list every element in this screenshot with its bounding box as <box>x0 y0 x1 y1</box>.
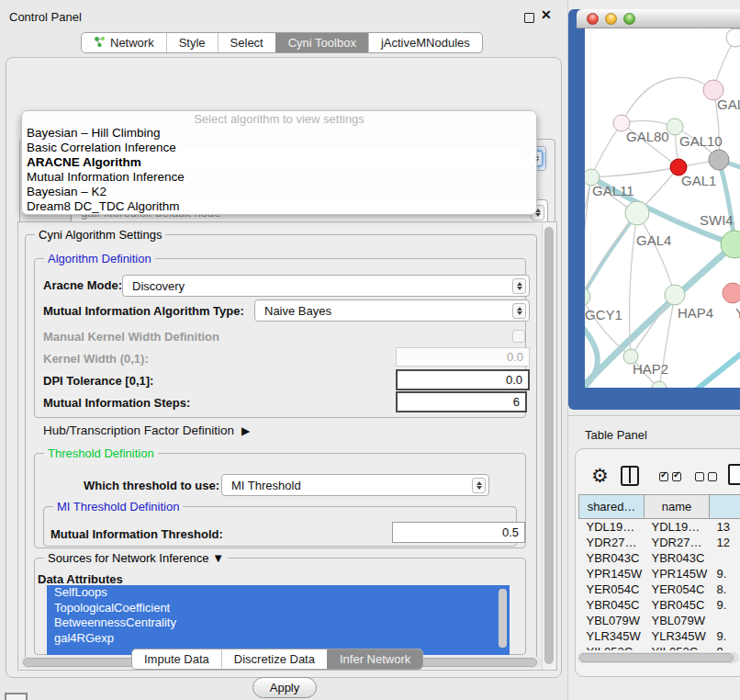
mi-threshold-field[interactable]: 0.5 <box>392 522 525 543</box>
table-row[interactable]: YBR043CYBR043C <box>579 550 740 566</box>
node-gray[interactable] <box>709 150 729 170</box>
settings-vertical-scrollbar[interactable] <box>542 222 555 670</box>
tab-label: Select <box>230 36 263 50</box>
hub-definition-expander[interactable]: Hub/Transcription Factor Definition▶ <box>43 423 250 437</box>
mi-type-combo[interactable]: Naive Bayes <box>254 299 530 322</box>
table-horizontal-scrollbar[interactable] <box>577 652 739 663</box>
tab-discretize-data[interactable]: Discretize Data <box>221 649 327 669</box>
node-label: GAL80 <box>626 129 669 144</box>
popup-item-aracne-algorithm[interactable]: ARACNE Algorithm <box>22 155 536 170</box>
network-edge <box>689 348 740 388</box>
table-row[interactable]: YER054CYER054C8. <box>579 581 740 597</box>
node-top-partial[interactable] <box>726 28 740 47</box>
popup-item-bayesian-hill-climbing[interactable]: Bayesian – Hill Climbing <box>22 126 536 141</box>
node-label: GAL1 <box>681 173 716 188</box>
which-threshold-combo[interactable]: MI Threshold <box>221 474 489 496</box>
zoom-traffic-icon[interactable] <box>623 13 635 25</box>
table-panel-title: Table Panel <box>585 428 647 442</box>
table-cell: YER054C <box>579 581 645 597</box>
float-window-icon[interactable] <box>524 13 534 23</box>
mi-steps-field[interactable]: 6 <box>396 391 527 412</box>
minimize-traffic-icon[interactable] <box>605 13 617 25</box>
table-cell: YPR145W <box>645 566 710 581</box>
table-row[interactable]: YBR045CYBR045C9. <box>579 597 740 613</box>
combo-arrows-icon <box>512 303 526 319</box>
tab-jactivemnodules[interactable]: jActiveMNodules <box>368 33 482 52</box>
combo-arrows-icon <box>472 478 486 493</box>
columns-icon[interactable] <box>621 466 639 486</box>
table-cell <box>710 550 740 566</box>
popup-item-dream8-dc-tdc-algorithm[interactable]: Dream8 DC_TDC Algorithm <box>22 199 536 214</box>
attribute-item-betweennesscentrality[interactable]: BetweennessCentrality <box>47 615 510 631</box>
table-row[interactable]: YDL19…YDL19…13 <box>579 519 740 535</box>
tab-label: Cyni Toolbox <box>288 36 356 50</box>
table-cell: YBL079W <box>645 613 710 628</box>
which-threshold-label: Which threshold to use: <box>84 479 219 492</box>
tab-style[interactable]: Style <box>166 33 218 52</box>
aracne-mode-combo[interactable]: Discovery <box>122 275 530 297</box>
corner-widget <box>5 693 28 700</box>
table-row[interactable]: YDR27…YDR27…12 <box>579 535 740 550</box>
kernel-width-label: Kernel Width (0,1): <box>43 352 149 366</box>
collapse-arrow-icon[interactable]: ▼ <box>212 551 224 565</box>
table-row[interactable]: YPR145WYPR145W9. <box>579 566 740 581</box>
table-row[interactable]: YBL079WYBL079W <box>579 613 740 628</box>
cyni-settings-title: Cyni Algorithm Settings <box>35 228 165 242</box>
table-cell: 9. <box>710 566 740 581</box>
table-cell: YDL19… <box>645 519 710 535</box>
network-window-titlebar[interactable] <box>577 9 740 28</box>
table-cell: YDR27… <box>579 535 645 550</box>
node-gcy1[interactable] <box>585 288 590 306</box>
column-header-name[interactable]: name <box>645 495 710 519</box>
apply-button[interactable]: Apply <box>252 677 317 698</box>
tab-impute-data[interactable]: Impute Data <box>132 649 221 669</box>
close-icon[interactable]: ✕ <box>541 7 552 22</box>
mi-type-label: Mutual Information Algorithm Type: <box>43 304 244 318</box>
tab-infer-network[interactable]: Infer Network <box>327 649 422 669</box>
table-cell: YBR045C <box>579 597 645 613</box>
column-header-attr[interactable] <box>710 495 740 519</box>
popup-item-mutual-information-inference[interactable]: Mutual Information Inference <box>22 170 536 185</box>
tab-network[interactable]: Network <box>82 33 166 52</box>
table-cell: 8. <box>710 581 740 597</box>
table-row[interactable]: YLR345WYLR345W9. <box>579 628 740 644</box>
manual-kernel-checkbox[interactable] <box>512 330 525 343</box>
tab-cyni-toolbox[interactable]: Cyni Toolbox <box>275 33 368 52</box>
node-hap4[interactable] <box>665 285 685 305</box>
table-cell: 9. <box>710 597 740 613</box>
manual-kernel-label: Manual Kernel Width Definition <box>43 330 219 344</box>
new-table-icon[interactable] <box>728 464 740 485</box>
table-cell <box>710 613 740 628</box>
algorithm-definition-title: Algorithm Definition <box>44 252 155 265</box>
network-canvas[interactable]: GAL7GAL80GAL10GAL1GAL11GAL4SWI4GCY1HAP4Y… <box>585 28 740 388</box>
aracne-mode-label: Aracne Mode: <box>43 278 122 292</box>
attribute-item-topologicalcoefficient[interactable]: TopologicalCoefficient <box>47 601 510 616</box>
data-attributes-label: Data Attributes <box>38 572 123 586</box>
popup-item-bayesian-k2[interactable]: Bayesian – K2 <box>22 185 536 199</box>
network-edge <box>591 123 622 177</box>
node-salmon[interactable] <box>723 283 740 303</box>
tab-select[interactable]: Select <box>218 33 275 52</box>
attribute-item-gal4rgexp[interactable]: gal4RGexp <box>47 631 510 647</box>
node-bottom-partial[interactable] <box>652 381 667 388</box>
table-cell: YLR345W <box>579 628 645 644</box>
table-cell: 12 <box>710 535 740 550</box>
attribute-item-selfloops[interactable]: SelfLoops <box>47 585 510 601</box>
table-cell: YDL19… <box>579 519 645 535</box>
popup-item-basic-correlation-inference[interactable]: Basic Correlation Inference <box>22 141 536 155</box>
gear-icon[interactable]: ⚙ <box>591 465 609 487</box>
node-gal4[interactable] <box>625 201 649 225</box>
deselect-all-checkboxes-icon[interactable] <box>695 472 717 481</box>
table-cell: 13 <box>710 519 740 535</box>
table-cell: YIL052C <box>579 644 645 651</box>
sources-title: Sources for Network Inference ▼ <box>44 551 228 565</box>
table-row[interactable]: YIL052CYIL052C9 <box>579 644 740 651</box>
popup-placeholder: Select algorithm to view settings <box>22 112 536 126</box>
dpi-tolerance-field[interactable]: 0.0 <box>396 369 530 390</box>
select-all-checkboxes-icon[interactable] <box>659 472 681 481</box>
close-traffic-icon[interactable] <box>587 13 599 25</box>
data-attributes-list[interactable]: SelfLoopsTopologicalCoefficientBetweenne… <box>47 585 510 655</box>
column-header-shared[interactable]: shared… <box>579 495 645 519</box>
table-cell: YBR045C <box>645 597 710 613</box>
attribute-list-scrollbar[interactable] <box>499 589 507 648</box>
